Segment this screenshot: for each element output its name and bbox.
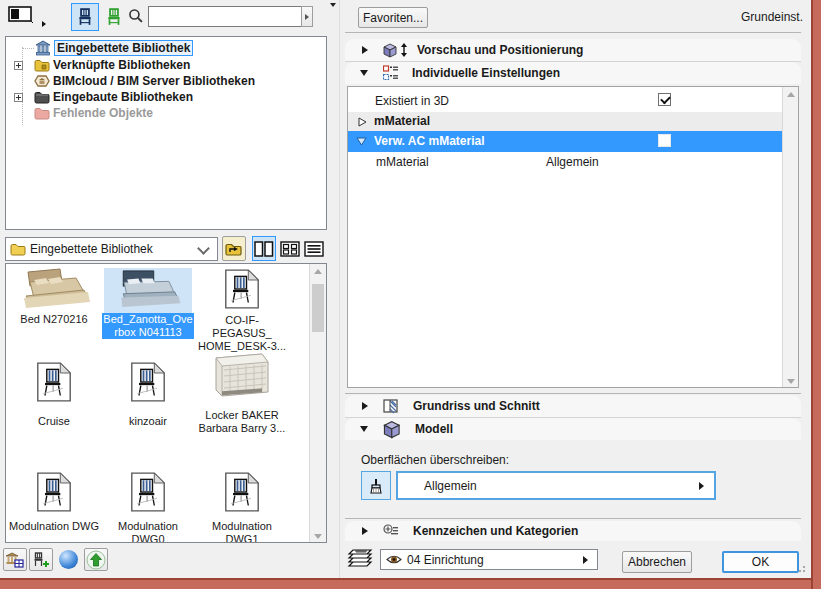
- panel-layout-button[interactable]: [8, 5, 38, 27]
- tree-item-label: Eingebaute Bibliotheken: [53, 90, 193, 104]
- thumbnail-scrollbar[interactable]: [309, 264, 326, 542]
- object-item-locker-baker[interactable]: Locker BAKERBarbara Barry 3...: [196, 352, 288, 435]
- model-cube-icon: [382, 419, 404, 439]
- object-label: Modulnation DWG: [8, 520, 100, 533]
- defaults-label: Grundeinst.: [690, 10, 803, 24]
- object-item-cruise[interactable]: Cruise: [8, 360, 100, 428]
- object-item-kinzoair[interactable]: kinzoair: [102, 360, 194, 428]
- object-item-pegasus-desk[interactable]: CO-IF-PEGASUS_HOME_DESK-3...: [196, 264, 288, 353]
- search-options-button[interactable]: [301, 6, 313, 27]
- tree-item-label: Eingebettete Bibliothek: [54, 40, 193, 56]
- tree-item-missing-objects[interactable]: Fehlende Objekte: [34, 105, 153, 121]
- favorites-label: Favoriten...: [363, 11, 423, 25]
- section-header-model[interactable]: Modell: [345, 418, 801, 440]
- tree-item-linked-libraries[interactable]: Verknüpfte Bibliotheken: [34, 57, 190, 73]
- object-item-modulnation-dwg1[interactable]: ModulnationDWG1: [196, 470, 288, 543]
- custom-settings-panel: Existiert in 3D mMaterial Verw. AC mMate…: [347, 86, 799, 388]
- object-label: CO-IF-PEGASUS_HOME_DESK-3...: [196, 314, 288, 353]
- object-label: kinzoair: [102, 415, 194, 428]
- verw-ac-mmaterial-checkbox[interactable]: [658, 134, 671, 147]
- paintbrush-icon: [368, 478, 384, 494]
- section-header-preview[interactable]: Vorschau und Positionierung: [345, 39, 801, 61]
- green-chair-icon: [105, 8, 123, 26]
- tree-item-label: Fehlende Objekte: [53, 106, 153, 120]
- section-header-custom-settings[interactable]: Individuelle Einstellungen: [345, 62, 801, 84]
- add-object-button[interactable]: [29, 548, 53, 571]
- tree-guide-line: [22, 47, 24, 125]
- cube-positioning-icon: [382, 42, 400, 58]
- view-large-icons-button[interactable]: [252, 236, 276, 261]
- bed-thumbnail: [110, 269, 186, 309]
- exists-in-3d-checkbox[interactable]: [658, 93, 671, 106]
- tree-item-bimcloud[interactable]: BIMcloud / BIM Server Bibliotheken: [34, 73, 255, 89]
- surface-dropdown[interactable]: Allgemein: [396, 471, 716, 500]
- object-mode-button[interactable]: [71, 3, 99, 31]
- view-list-button[interactable]: [302, 236, 326, 261]
- layer-dropdown[interactable]: 04 Einrichtung: [380, 549, 598, 570]
- tree-item-builtin-libraries[interactable]: Eingebaute Bibliotheken: [34, 89, 193, 105]
- scrollbar-thumb[interactable]: [312, 284, 324, 332]
- section-title: Vorschau und Positionierung: [417, 43, 583, 57]
- scroll-down-icon[interactable]: [787, 379, 795, 384]
- view-small-icons-button[interactable]: [278, 236, 302, 261]
- object-item-bed-n270216[interactable]: Bed N270216: [8, 268, 100, 326]
- scroll-down-zone[interactable]: [310, 529, 326, 539]
- object-item-modulnation-dwg[interactable]: Modulnation DWG: [8, 470, 100, 533]
- scroll-down-icon[interactable]: [314, 534, 322, 539]
- collapsed-arrow-icon: [362, 402, 368, 410]
- surface-paint-button[interactable]: [361, 471, 391, 500]
- object-browser-panel: Bed N270216 Bed_Zanotta_Overbox N041113 …: [5, 263, 327, 543]
- expanded-arrow-icon: [360, 426, 368, 432]
- upload-object-button[interactable]: [84, 548, 108, 571]
- setting-group-mmaterial[interactable]: mMaterial: [348, 112, 782, 131]
- panel-layout-icon: [8, 5, 34, 25]
- library-tree-panel: Eingebettete Bibliothek Verknüpfte Bibli…: [5, 36, 327, 230]
- scroll-up-icon[interactable]: [787, 92, 795, 97]
- bim-server-icon: [34, 73, 50, 89]
- setting-row-mmaterial-value[interactable]: mMaterial Allgemein: [348, 152, 782, 172]
- large-icons-icon: [254, 241, 274, 257]
- object-label: ModulnationDWG0: [102, 520, 194, 543]
- scroll-down-zone[interactable]: [783, 374, 798, 384]
- cancel-button[interactable]: Abbrechen: [622, 551, 692, 573]
- new-object-button[interactable]: [103, 6, 125, 28]
- expand-plus-icon[interactable]: [14, 93, 23, 102]
- section-title: Individuelle Einstellungen: [412, 66, 560, 80]
- chair-document-icon: [130, 470, 166, 514]
- object-label: ModulnationDWG1: [196, 520, 288, 543]
- setting-row-exists-in-3d[interactable]: Existiert in 3D: [348, 91, 782, 112]
- expand-plus-icon[interactable]: [14, 61, 23, 70]
- builtin-library-icon: [34, 89, 50, 105]
- chair-icon: [76, 8, 94, 26]
- favorites-button[interactable]: Favoriten...: [358, 7, 428, 28]
- ok-button[interactable]: OK: [722, 551, 799, 573]
- section-header-tags-categories[interactable]: Kennzeichen und Kategorien: [345, 521, 801, 541]
- locker-thumbnail: [210, 352, 274, 402]
- library-manager-button[interactable]: [3, 548, 27, 571]
- tree-item-embedded-library[interactable]: Eingebettete Bibliothek: [22, 40, 193, 56]
- setting-row-verw-ac-mmaterial-selected[interactable]: Verw. AC mMaterial: [348, 131, 782, 152]
- library-combo-value: Eingebettete Bibliothek: [30, 242, 153, 256]
- object-item-bed-zanotta-selected[interactable]: Bed_Zanotta_Overbox N041113: [102, 268, 194, 339]
- tree-item-label: Verknüpfte Bibliotheken: [53, 58, 190, 72]
- scroll-up-icon[interactable]: [314, 269, 322, 274]
- search-input[interactable]: [148, 6, 306, 27]
- plan-hatch-icon: [383, 398, 399, 414]
- settings-scrollbar[interactable]: [782, 87, 798, 387]
- panel-layout-arrow-icon[interactable]: [42, 21, 46, 27]
- library-combo[interactable]: Eingebettete Bibliothek: [5, 237, 218, 261]
- up-one-level-button[interactable]: [222, 236, 246, 261]
- small-icons-icon: [280, 241, 300, 257]
- object-label-selected: Bed_Zanotta_Overbox N041113: [102, 313, 194, 339]
- layer-dropdown-value: 04 Einrichtung: [407, 553, 484, 567]
- section-title: Modell: [415, 422, 453, 436]
- surface-dropdown-value: Allgemein: [424, 479, 477, 493]
- pane-collapse-icon[interactable]: [330, 3, 336, 7]
- divider: [345, 518, 801, 519]
- web-objects-button[interactable]: [56, 548, 80, 571]
- object-label: Cruise: [8, 415, 100, 428]
- section-header-plan-section[interactable]: Grundriss und Schnitt: [345, 395, 801, 417]
- divider: [345, 393, 801, 394]
- object-item-modulnation-dwg0[interactable]: ModulnationDWG0: [102, 470, 194, 543]
- list-view-icon: [304, 241, 324, 257]
